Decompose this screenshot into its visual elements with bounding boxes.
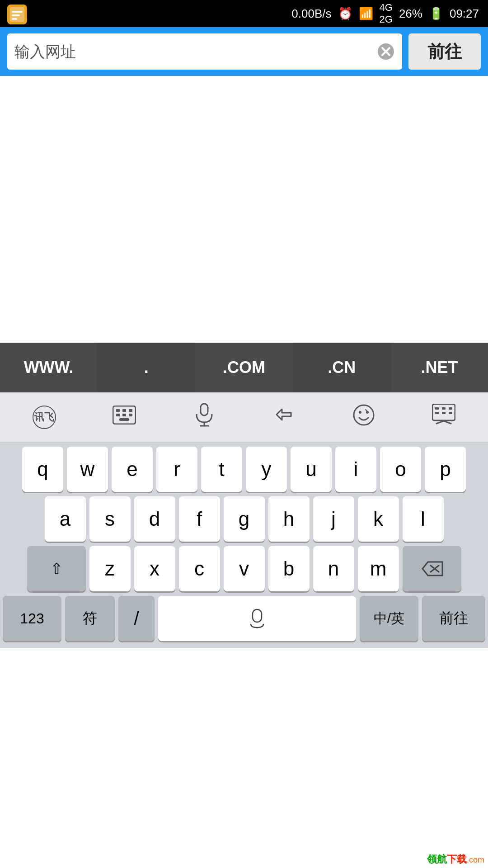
- svg-rect-15: [119, 418, 129, 421]
- key-g[interactable]: g: [224, 496, 265, 542]
- svg-line-32: [444, 421, 451, 424]
- svg-rect-30: [449, 412, 452, 414]
- emoji-icon: [353, 404, 375, 430]
- url-shortcuts-bar: WWW. . .COM .CN .NET: [0, 343, 488, 392]
- signal-icon: 4G2G: [380, 2, 393, 25]
- svg-line-31: [436, 421, 444, 424]
- xfei-button[interactable]: 讯飞: [17, 399, 71, 435]
- key-h[interactable]: h: [268, 496, 310, 542]
- brand-dl: 下载: [447, 854, 467, 865]
- keyboard-toggle-button[interactable]: [97, 399, 151, 435]
- brand-url: .com: [467, 855, 484, 864]
- mic-button[interactable]: [177, 399, 231, 435]
- key-v[interactable]: v: [224, 546, 265, 591]
- key-w[interactable]: w: [67, 447, 108, 492]
- key-u[interactable]: u: [291, 447, 332, 492]
- network-speed: 0.00B/s: [291, 7, 331, 21]
- svg-rect-35: [253, 609, 262, 622]
- keyboard-row-3: ⇧ z x c v b n m: [3, 546, 485, 591]
- key-b[interactable]: b: [268, 546, 310, 591]
- brand-lh: 领航: [427, 854, 447, 865]
- url-input[interactable]: [14, 43, 377, 61]
- wifi-icon: 📶: [359, 7, 373, 21]
- app-icon: [7, 5, 27, 28]
- keyboard: q w e r t y u i o p a s d f g h j k l ⇧ …: [0, 442, 488, 648]
- key-t[interactable]: t: [201, 447, 242, 492]
- svg-rect-13: [122, 414, 126, 416]
- shortcut-dot[interactable]: .: [98, 343, 195, 392]
- svg-rect-4: [12, 18, 17, 20]
- key-n[interactable]: n: [313, 546, 354, 591]
- svg-rect-9: [116, 409, 120, 412]
- svg-rect-25: [435, 407, 439, 410]
- hide-keyboard-button[interactable]: [417, 399, 471, 435]
- key-l[interactable]: l: [403, 496, 444, 542]
- key-m[interactable]: m: [358, 546, 399, 591]
- clear-button[interactable]: [377, 42, 395, 61]
- key-p[interactable]: p: [425, 447, 466, 492]
- emoji-button[interactable]: [337, 399, 391, 435]
- brand-bar: 领航下载.com: [423, 851, 488, 868]
- status-bar: 0.00B/s ⏰ 📶 4G2G 26% 🔋 09:27: [0, 0, 488, 27]
- key-d[interactable]: d: [134, 496, 175, 542]
- mic-icon: [194, 403, 214, 431]
- svg-rect-28: [435, 412, 439, 414]
- browser-header: 前往: [0, 27, 488, 76]
- key-e[interactable]: e: [112, 447, 153, 492]
- key-a[interactable]: a: [45, 496, 86, 542]
- svg-rect-12: [116, 414, 120, 416]
- svg-point-20: [354, 405, 374, 425]
- svg-rect-29: [442, 412, 446, 414]
- svg-rect-3: [12, 14, 20, 16]
- key-y[interactable]: y: [246, 447, 287, 492]
- key-o[interactable]: o: [380, 447, 421, 492]
- svg-rect-10: [122, 409, 126, 412]
- key-r[interactable]: r: [156, 447, 197, 492]
- cursor-button[interactable]: [257, 399, 311, 435]
- key-c[interactable]: c: [179, 546, 220, 591]
- alarm-icon: ⏰: [338, 7, 352, 21]
- keyboard-row-1: q w e r t y u i o p: [3, 447, 485, 492]
- language-key[interactable]: 中/英: [360, 596, 418, 641]
- space-key[interactable]: [158, 596, 356, 641]
- key-k[interactable]: k: [358, 496, 399, 542]
- go-button[interactable]: 前往: [408, 33, 481, 70]
- keyboard-row-2: a s d f g h j k l: [3, 496, 485, 542]
- shortcut-net[interactable]: .NET: [391, 343, 488, 392]
- svg-rect-26: [442, 407, 446, 410]
- url-input-wrapper: [7, 33, 402, 70]
- shortcut-com[interactable]: .COM: [195, 343, 293, 392]
- content-area: [0, 76, 488, 343]
- svg-marker-19: [277, 409, 291, 420]
- backspace-key[interactable]: [403, 546, 461, 591]
- status-bar-right: 0.00B/s ⏰ 📶 4G2G 26% 🔋 09:27: [291, 2, 479, 25]
- svg-rect-11: [129, 409, 132, 412]
- symbol-key[interactable]: 符: [65, 596, 115, 641]
- key-j[interactable]: j: [313, 496, 354, 542]
- battery-level: 26%: [399, 7, 422, 21]
- key-q[interactable]: q: [22, 447, 63, 492]
- shortcut-cn[interactable]: .CN: [293, 343, 391, 392]
- numbers-key[interactable]: 123: [3, 596, 61, 641]
- keyboard-icon: [113, 406, 136, 429]
- keyboard-row-4: 123 符 / 中/英 前往: [3, 596, 485, 641]
- key-z[interactable]: z: [89, 546, 131, 591]
- key-x[interactable]: x: [134, 546, 175, 591]
- svg-rect-14: [129, 414, 132, 416]
- keyboard-go-key[interactable]: 前往: [422, 596, 485, 641]
- clock: 09:27: [450, 7, 479, 21]
- battery-icon: 🔋: [429, 7, 443, 21]
- shortcut-www[interactable]: WWW.: [0, 343, 98, 392]
- hide-keyboard-icon: [432, 404, 455, 430]
- shift-key[interactable]: ⇧: [27, 546, 86, 591]
- cursor-icon: [272, 405, 296, 429]
- slash-key[interactable]: /: [118, 596, 155, 641]
- svg-point-21: [359, 411, 361, 414]
- xfei-icon: 讯飞: [33, 406, 56, 429]
- key-f[interactable]: f: [179, 496, 220, 542]
- svg-rect-27: [449, 407, 452, 410]
- svg-rect-2: [12, 11, 23, 13]
- key-i[interactable]: i: [335, 447, 376, 492]
- key-s[interactable]: s: [89, 496, 131, 542]
- svg-rect-16: [201, 404, 208, 415]
